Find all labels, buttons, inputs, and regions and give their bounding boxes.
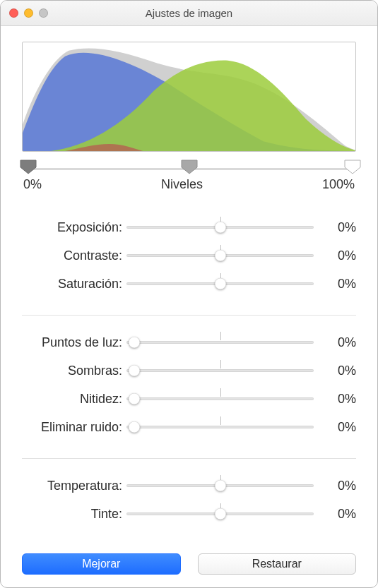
knob-temperature[interactable] (215, 480, 226, 491)
row-contrast: Contraste: 0% (22, 241, 356, 270)
slider-contrast[interactable] (126, 248, 314, 263)
levels-center-label: Niveles (42, 177, 322, 192)
group-color: Temperatura: 0% Tinte: 0% (22, 458, 356, 528)
group-basic: Exposición: 0% Contraste: 0% Saturación: (22, 213, 356, 298)
knob-tint[interactable] (215, 508, 226, 520)
knob-saturation[interactable] (215, 278, 226, 289)
titlebar: Ajustes de imagen (1, 1, 377, 26)
group-detail: Puntos de luz: 0% Sombras: 0% Nitidez: (22, 315, 356, 441)
slider-saturation[interactable] (126, 276, 314, 292)
histogram (22, 42, 356, 152)
slider-exposure[interactable] (126, 220, 314, 235)
label-sharpness: Nitidez: (22, 392, 126, 407)
histogram-svg (23, 42, 355, 151)
enhance-button[interactable]: Mejorar (22, 553, 181, 575)
row-denoise: Eliminar ruido: 0% (22, 413, 356, 441)
close-icon[interactable] (9, 8, 18, 18)
levels-shadows-handle[interactable] (19, 159, 37, 174)
value-saturation: 0% (314, 277, 356, 292)
label-shadows: Sombras: (22, 364, 126, 378)
adjust-image-window: Ajustes de imagen (0, 0, 378, 588)
button-row: Mejorar Restaurar (22, 536, 356, 575)
levels-left-label: 0% (23, 177, 42, 192)
knob-denoise[interactable] (129, 421, 140, 433)
label-denoise: Eliminar ruido: (22, 420, 126, 435)
value-contrast: 0% (314, 248, 356, 263)
slider-highlights[interactable] (126, 335, 314, 350)
label-highlights: Puntos de luz: (22, 335, 126, 350)
knob-shadows[interactable] (129, 365, 140, 376)
levels-highlights-handle[interactable] (343, 159, 362, 174)
label-tint: Tinte: (22, 507, 126, 522)
row-tint: Tinte: 0% (22, 500, 356, 528)
value-exposure: 0% (314, 220, 356, 235)
value-temperature: 0% (314, 479, 356, 493)
row-saturation: Saturación: 0% (22, 270, 356, 298)
label-contrast: Contraste: (22, 248, 126, 263)
value-highlights: 0% (314, 335, 356, 350)
slider-sharpness[interactable] (126, 391, 314, 407)
content-area: 0% Niveles 100% Exposición: 0% Contraste… (1, 26, 377, 587)
knob-exposure[interactable] (215, 222, 226, 233)
row-shadows: Sombras: 0% (22, 356, 356, 385)
levels-mid-handle[interactable] (180, 159, 199, 174)
slider-shadows[interactable] (126, 363, 314, 378)
levels-labels: 0% Niveles 100% (22, 177, 356, 192)
label-exposure: Exposición: (22, 220, 126, 235)
slider-denoise[interactable] (126, 419, 314, 435)
label-temperature: Temperatura: (22, 479, 126, 493)
label-saturation: Saturación: (22, 277, 126, 292)
knob-contrast[interactable] (215, 250, 226, 261)
minimize-icon[interactable] (24, 8, 33, 18)
window-controls (1, 8, 48, 18)
reset-button[interactable]: Restaurar (198, 553, 357, 575)
value-denoise: 0% (314, 420, 356, 435)
row-temperature: Temperatura: 0% (22, 472, 356, 500)
row-sharpness: Nitidez: 0% (22, 385, 356, 413)
knob-highlights[interactable] (129, 337, 140, 348)
row-exposure: Exposición: 0% (22, 213, 356, 241)
window-title: Ajustes de imagen (1, 7, 377, 19)
row-highlights: Puntos de luz: 0% (22, 328, 356, 356)
value-tint: 0% (314, 507, 356, 522)
knob-sharpness[interactable] (129, 393, 140, 404)
value-sharpness: 0% (314, 392, 356, 407)
slider-tint[interactable] (126, 506, 314, 522)
zoom-icon[interactable] (39, 8, 48, 18)
slider-temperature[interactable] (126, 478, 314, 493)
levels-right-label: 100% (322, 177, 355, 192)
levels-slider[interactable] (22, 159, 356, 174)
value-shadows: 0% (314, 364, 356, 378)
